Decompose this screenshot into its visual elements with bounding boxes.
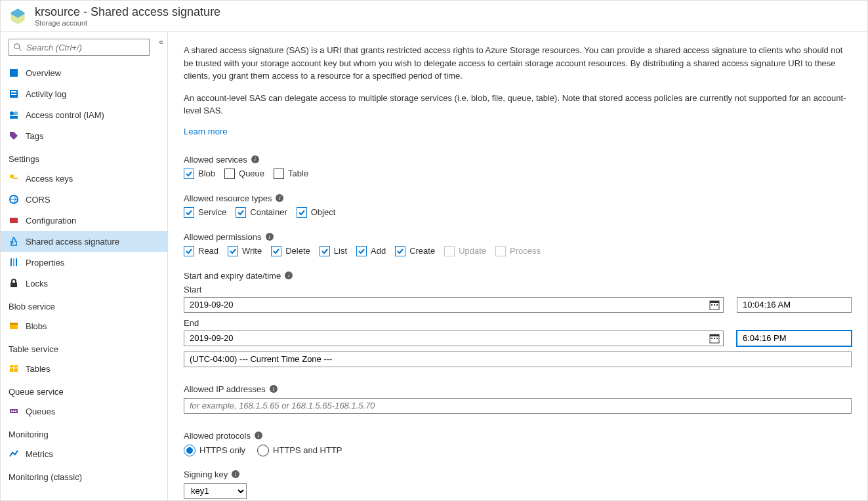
checkbox-icon xyxy=(184,207,194,218)
permission-write-checkbox[interactable]: Write xyxy=(228,246,262,256)
checkbox-label: Object xyxy=(311,207,336,217)
info-icon[interactable]: i xyxy=(251,155,259,163)
sidebar-item-properties[interactable]: Properties xyxy=(1,252,167,273)
svg-rect-33 xyxy=(710,334,719,336)
permission-delete-checkbox[interactable]: Delete xyxy=(271,246,310,256)
checkbox-label: Process xyxy=(510,246,541,256)
sidebar: « OverviewActivity logAccess control (IA… xyxy=(1,32,168,500)
sidebar-item-label: Shared access signature xyxy=(26,237,119,247)
svg-line-1 xyxy=(19,49,22,51)
tags-icon xyxy=(9,130,19,141)
radio-label: HTTPS and HTTP xyxy=(273,445,342,455)
checkbox-label: Read xyxy=(198,246,218,256)
activity-icon xyxy=(9,89,19,99)
svg-rect-26 xyxy=(15,411,16,412)
info-icon[interactable]: i xyxy=(255,431,262,439)
checkbox-label: List xyxy=(334,246,347,256)
info-icon[interactable]: i xyxy=(285,271,293,279)
page-title: krsource - Shared access signature xyxy=(35,5,220,19)
sidebar-item-activity-log[interactable]: Activity log xyxy=(1,83,167,104)
sidebar-group-header: Table service xyxy=(1,336,167,358)
info-icon[interactable]: i xyxy=(266,233,274,241)
start-date-input[interactable] xyxy=(184,297,724,313)
svg-rect-2 xyxy=(10,69,18,77)
datetime-label: Start and expiry date/timei xyxy=(184,271,852,281)
info-icon[interactable]: i xyxy=(270,385,278,393)
radio-icon xyxy=(257,445,269,456)
sidebar-item-shared-access-signature[interactable]: Shared access signature xyxy=(1,231,167,252)
allowed-ip-input[interactable] xyxy=(184,398,852,414)
permission-create-checkbox[interactable]: Create xyxy=(395,246,435,256)
sidebar-item-label: Overview xyxy=(26,68,61,78)
sidebar-item-metrics[interactable]: Metrics xyxy=(1,443,167,464)
learn-more-link[interactable]: Learn more xyxy=(184,127,227,136)
checkbox-icon xyxy=(271,246,281,256)
svg-rect-30 xyxy=(714,304,715,306)
permission-read-checkbox[interactable]: Read xyxy=(184,246,218,256)
sidebar-item-access-keys[interactable]: Access keys xyxy=(1,168,167,189)
start-label: Start xyxy=(184,285,852,294)
checkbox-icon xyxy=(395,246,405,256)
sidebar-item-queues[interactable]: Queues xyxy=(1,401,167,422)
intro-paragraph-2: An account-level SAS can delegate access… xyxy=(184,92,852,117)
resource-type-service-checkbox[interactable]: Service xyxy=(184,207,226,218)
sidebar-item-label: Metrics xyxy=(26,449,53,459)
blobs-icon xyxy=(9,321,19,331)
permission-update-checkbox: Update xyxy=(444,246,486,256)
sidebar-item-label: Tables xyxy=(26,364,51,374)
info-icon[interactable]: i xyxy=(232,470,239,478)
timezone-select[interactable] xyxy=(184,351,852,367)
checkbox-label: Create xyxy=(409,246,435,256)
signing-key-label: Signing keyi xyxy=(184,470,852,479)
props-icon xyxy=(9,257,19,268)
resource-type-container-checkbox[interactable]: Container xyxy=(236,207,287,218)
service-queue-checkbox[interactable]: Queue xyxy=(224,169,264,179)
overview-icon xyxy=(9,68,19,78)
sidebar-group-header: Settings xyxy=(1,146,167,168)
protocol-https-and-http-radio[interactable]: HTTPS and HTTP xyxy=(257,445,342,456)
config-icon xyxy=(9,215,19,226)
locks-icon xyxy=(9,278,19,289)
service-blob-checkbox[interactable]: Blob xyxy=(184,169,215,179)
resource-type-object-checkbox[interactable]: Object xyxy=(297,207,336,218)
sidebar-item-label: Configuration xyxy=(26,216,76,226)
radio-icon xyxy=(184,445,196,456)
allowed-resource-types-label: Allowed resource typesi xyxy=(184,193,852,203)
allowed-protocols-label: Allowed protocolsi xyxy=(184,431,852,441)
search-icon xyxy=(13,43,22,52)
sidebar-item-access-control-iam-[interactable]: Access control (IAM) xyxy=(1,104,167,125)
service-table-checkbox[interactable]: Table xyxy=(274,169,308,179)
sidebar-item-cors[interactable]: CORS xyxy=(1,189,167,210)
allowed-services-label: Allowed servicesi xyxy=(184,155,852,165)
sidebar-item-configuration[interactable]: Configuration xyxy=(1,210,167,231)
page-header: krsource - Shared access signature Stora… xyxy=(1,1,867,32)
tables-icon xyxy=(9,363,19,374)
permission-list-checkbox[interactable]: List xyxy=(320,246,347,256)
checkbox-icon xyxy=(297,207,307,218)
signing-key-select[interactable]: key1 xyxy=(184,483,247,499)
sidebar-search[interactable] xyxy=(9,39,150,56)
sidebar-item-tags[interactable]: Tags xyxy=(1,125,167,146)
sidebar-item-tables[interactable]: Tables xyxy=(1,358,167,379)
checkbox-icon xyxy=(184,169,194,179)
svg-rect-4 xyxy=(11,91,16,92)
end-date-input[interactable] xyxy=(184,331,724,346)
checkbox-icon xyxy=(184,246,194,256)
checkbox-label: Table xyxy=(288,169,308,178)
end-time-input[interactable] xyxy=(737,331,852,346)
sidebar-item-overview[interactable]: Overview xyxy=(1,62,167,83)
calendar-icon[interactable] xyxy=(709,333,720,344)
checkbox-icon xyxy=(495,246,506,256)
svg-rect-25 xyxy=(13,411,14,412)
sidebar-search-input[interactable] xyxy=(26,43,145,52)
sidebar-item-blobs[interactable]: Blobs xyxy=(1,315,167,336)
info-icon[interactable]: i xyxy=(276,194,283,202)
main-content: A shared access signature (SAS) is a URI… xyxy=(168,32,867,500)
permission-add-checkbox[interactable]: Add xyxy=(356,246,386,256)
calendar-icon[interactable] xyxy=(709,300,720,310)
protocol-https-only-radio[interactable]: HTTPS only xyxy=(184,445,245,456)
collapse-sidebar-icon[interactable]: « xyxy=(159,37,163,47)
iam-icon xyxy=(9,110,19,120)
sidebar-item-locks[interactable]: Locks xyxy=(1,273,167,294)
start-time-input[interactable] xyxy=(737,297,852,313)
